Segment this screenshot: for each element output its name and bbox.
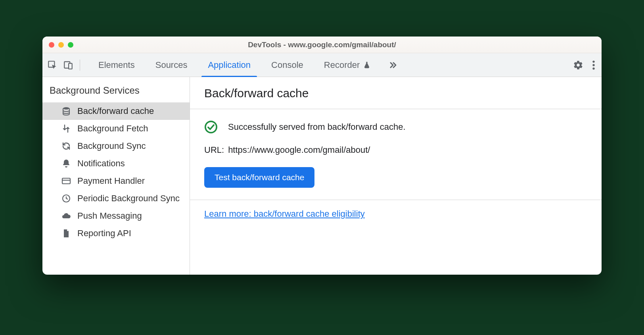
- file-icon: [61, 229, 72, 238]
- sidebar-item-payment-handler[interactable]: Payment Handler: [42, 172, 190, 190]
- sidebar-item-label: Background Fetch: [77, 123, 148, 134]
- window-title: DevTools - www.google.com/gmail/about/: [42, 40, 602, 49]
- devtools-window: DevTools - www.google.com/gmail/about/: [42, 37, 602, 275]
- flask-icon: [363, 61, 371, 69]
- svg-rect-7: [62, 178, 70, 184]
- window-controls: [49, 42, 73, 48]
- tab-elements[interactable]: Elements: [88, 53, 145, 77]
- sidebar-item-label: Payment Handler: [77, 176, 145, 186]
- kebab-menu-button[interactable]: [592, 60, 595, 70]
- sidebar-item-background-fetch[interactable]: Background Fetch: [42, 120, 190, 137]
- sidebar-item-background-sync[interactable]: Background Sync: [42, 137, 190, 155]
- url-label: URL:: [204, 145, 224, 155]
- sidebar-item-label: Reporting API: [77, 228, 131, 239]
- svg-point-10: [205, 121, 217, 133]
- tab-label: Console: [271, 60, 303, 70]
- titlebar: DevTools - www.google.com/gmail/about/: [42, 37, 602, 53]
- bfcache-status-section: Successfully served from back/forward ca…: [190, 109, 602, 200]
- toolbar-divider: [80, 60, 80, 71]
- panel-tabs: Elements Sources Application Console Rec…: [88, 53, 569, 77]
- sidebar-item-reporting-api[interactable]: Reporting API: [42, 225, 190, 242]
- sync-icon: [61, 141, 72, 151]
- sidebar-item-label: Notifications: [77, 158, 125, 169]
- svg-point-4: [592, 64, 594, 66]
- panel-title: Back/forward cache: [204, 87, 587, 100]
- sidebar-item-notifications[interactable]: Notifications: [42, 155, 190, 172]
- tab-label: Recorder: [324, 60, 360, 70]
- url-row: URL: https://www.google.com/gmail/about/: [204, 145, 587, 155]
- sidebar-item-bfcache[interactable]: Back/forward cache: [42, 102, 190, 120]
- tab-recorder[interactable]: Recorder: [314, 53, 381, 77]
- sidebar-item-label: Push Messaging: [77, 211, 142, 221]
- sidebar-section-title: Background Services: [42, 85, 190, 102]
- status-text: Successfully served from back/forward ca…: [228, 122, 406, 132]
- sidebar-item-label: Background Sync: [77, 141, 146, 151]
- application-sidebar: Background Services Back/forward cache: [42, 77, 190, 275]
- svg-point-5: [592, 67, 594, 69]
- tab-sources[interactable]: Sources: [145, 53, 198, 77]
- close-window-button[interactable]: [49, 42, 54, 48]
- settings-button[interactable]: [573, 60, 583, 70]
- tab-application[interactable]: Application: [197, 53, 261, 77]
- zoom-window-button[interactable]: [68, 42, 73, 48]
- tab-label: Application: [208, 60, 251, 70]
- url-value: https://www.google.com/gmail/about/: [228, 145, 370, 155]
- learn-more-link[interactable]: Learn more: back/forward cache eligibili…: [204, 209, 365, 219]
- learn-more-section: Learn more: back/forward cache eligibili…: [190, 200, 602, 228]
- panel-header: Back/forward cache: [190, 77, 602, 109]
- sidebar-item-push-messaging[interactable]: Push Messaging: [42, 207, 190, 225]
- tab-label: Elements: [98, 60, 135, 70]
- svg-rect-2: [69, 63, 72, 69]
- clock-icon: [61, 194, 72, 203]
- minimize-window-button[interactable]: [58, 42, 64, 48]
- sidebar-item-periodic-sync[interactable]: Periodic Background Sync: [42, 190, 190, 207]
- sidebar-item-label: Periodic Background Sync: [77, 193, 180, 204]
- svg-point-6: [63, 107, 69, 110]
- device-toolbar-icon[interactable]: [63, 60, 73, 70]
- more-tabs-button[interactable]: [381, 53, 405, 77]
- tab-console[interactable]: Console: [261, 53, 314, 77]
- success-check-icon: [204, 120, 218, 134]
- main-panel: Back/forward cache Successfully served f…: [190, 77, 602, 275]
- cloud-icon: [61, 211, 72, 221]
- card-icon: [61, 176, 72, 186]
- chevron-double-right-icon: [388, 60, 398, 70]
- sidebar-item-label: Back/forward cache: [77, 106, 154, 116]
- tab-label: Sources: [155, 60, 188, 70]
- bell-icon: [61, 159, 72, 168]
- inspect-element-icon[interactable]: [47, 60, 58, 70]
- transfer-icon: [61, 124, 72, 133]
- database-icon: [61, 106, 72, 116]
- test-bfcache-button[interactable]: Test back/forward cache: [204, 167, 314, 188]
- svg-point-3: [592, 60, 594, 62]
- devtools-toolbar: Elements Sources Application Console Rec…: [42, 53, 602, 77]
